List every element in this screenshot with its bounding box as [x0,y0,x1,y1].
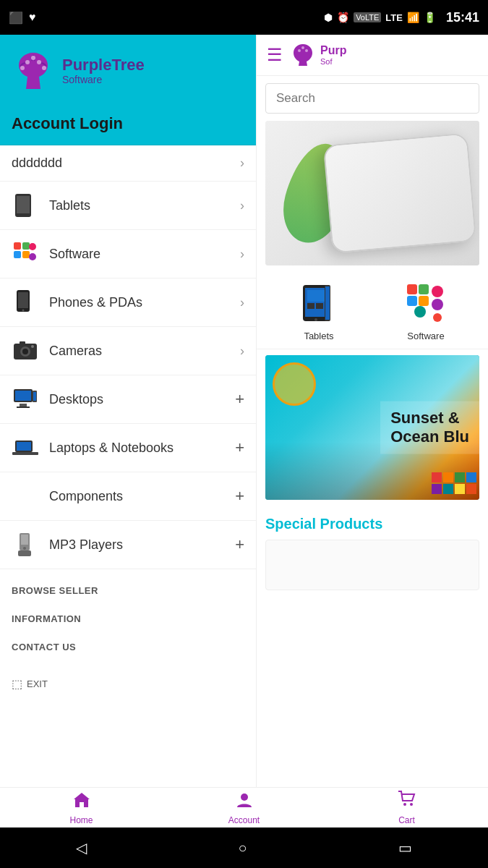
exit-label: EXIT [27,678,48,689]
sidebar-item-cameras[interactable]: Cameras › [0,327,256,375]
sidebar-item-software[interactable]: Software › [0,230,256,278]
search-input[interactable] [276,91,468,106]
svg-point-21 [31,345,34,348]
user-item[interactable]: ddddddd › [0,145,256,182]
svg-point-33 [23,547,26,550]
nav-cart[interactable]: Cart [325,791,488,825]
logo-sub: Software [62,74,145,85]
svg-rect-23 [15,391,31,401]
lte-label: LTE [385,12,403,23]
main-container: PurpleTree Software Account Login dddddd… [0,35,488,787]
sidebar-item-desktops[interactable]: Desktops + [0,375,256,424]
svg-point-19 [22,349,28,354]
user-arrow-icon: › [240,156,244,171]
android-nav: ◁ ○ ▭ [0,827,488,868]
svg-rect-25 [17,407,30,408]
components-plus-icon[interactable]: + [235,487,244,506]
browse-seller-link[interactable]: BROWSE SELLER [0,576,256,605]
svg-rect-42 [307,303,314,309]
laptops-icon [12,434,39,461]
volte-label: VoLTE [354,12,381,22]
sidebar-item-phones[interactable]: Phones & PDAs › [0,278,256,327]
right-logo-icon [290,42,316,68]
sunset-title-line2: Ocean Blu [390,427,469,446]
category-tablets[interactable]: Tablets [296,280,342,341]
special-products-title: Special Products [265,516,479,532]
svg-point-37 [301,46,304,49]
svg-rect-43 [316,303,323,309]
components-label: Components [49,489,235,504]
alarm-icon: ⏰ [337,12,349,23]
svg-rect-15 [18,292,28,308]
category-software[interactable]: Software [403,280,449,341]
svg-rect-47 [419,284,429,294]
svg-rect-41 [307,290,325,302]
logo-icon [12,49,55,93]
mp3-plus-icon[interactable]: + [235,535,244,554]
signal-icon: 📶 [407,12,419,23]
svg-rect-20 [20,341,25,344]
special-products-section: Special Products [257,506,488,596]
laptops-plus-icon[interactable]: + [235,438,244,457]
nav-account[interactable]: Account [163,791,325,825]
software-label: Software [49,247,240,262]
svg-rect-8 [14,242,21,250]
hamburger-button[interactable]: ☰ [267,45,283,65]
sidebar-item-mp3[interactable]: MP3 Players + [0,521,256,569]
section-links: BROWSE SELLER INFORMATION CONTACT US [0,569,256,668]
svg-point-40 [314,318,317,321]
logo-name: PurpleTree [62,56,145,74]
search-bar[interactable] [265,83,479,114]
sidebar-item-laptops[interactable]: Laptops & Notebooks + [0,424,256,472]
logo-container: PurpleTree Software [12,49,145,93]
software-icon [12,240,39,268]
home-button[interactable]: ○ [238,840,247,856]
recents-button[interactable]: ▭ [398,839,412,856]
svg-rect-27 [33,392,36,401]
sunset-text-overlay: Sunset & Ocean Blu [380,401,479,454]
tablets-label: Tablets [49,198,240,213]
desktops-label: Desktops [49,392,235,407]
svg-rect-32 [21,535,28,545]
cart-icon [398,791,416,814]
svg-point-53 [414,306,426,318]
sidebar-item-tablets[interactable]: Tablets › [0,182,256,230]
nav-cart-label: Cart [398,815,415,825]
tablets-arrow-icon: › [240,198,244,213]
sidebar-item-components[interactable]: Components + [0,472,256,521]
contact-us-link[interactable]: CONTACT US [0,633,256,661]
desktops-plus-icon[interactable]: + [235,390,244,409]
exit-link[interactable]: ⬚ EXIT [0,668,256,699]
sidebar: PurpleTree Software Account Login dddddd… [0,35,257,787]
svg-rect-45 [325,286,330,320]
svg-rect-34 [18,550,31,556]
svg-rect-49 [419,296,429,306]
mp3-icon [12,531,39,558]
svg-rect-11 [22,251,30,258]
components-icon [12,482,39,510]
category-software-icon [403,280,449,326]
banner-image [265,121,479,265]
nav-home[interactable]: Home [0,791,163,825]
svg-rect-30 [12,452,38,455]
svg-rect-24 [20,404,27,407]
svg-point-4 [20,66,25,70]
category-icons-row: Tablets Software [257,273,488,349]
phone-visual [265,121,479,265]
right-logo-name: Purp [320,44,346,57]
status-time: 15:41 [446,10,479,25]
svg-point-16 [22,310,25,312]
account-login-label: Account Login [12,114,123,132]
svg-rect-9 [22,242,30,250]
sunset-banner: Sunset & Ocean Blu [265,355,479,500]
svg-point-51 [432,299,443,310]
svg-point-13 [29,253,36,260]
svg-rect-48 [407,296,417,306]
sunset-title-line1: Sunset & [390,409,469,427]
phones-icon [12,289,39,316]
svg-point-5 [42,66,46,70]
back-button[interactable]: ◁ [76,839,87,856]
svg-point-35 [298,49,301,52]
bluetooth-icon: ⬢ [324,12,333,23]
information-link[interactable]: INFORMATION [0,605,256,633]
